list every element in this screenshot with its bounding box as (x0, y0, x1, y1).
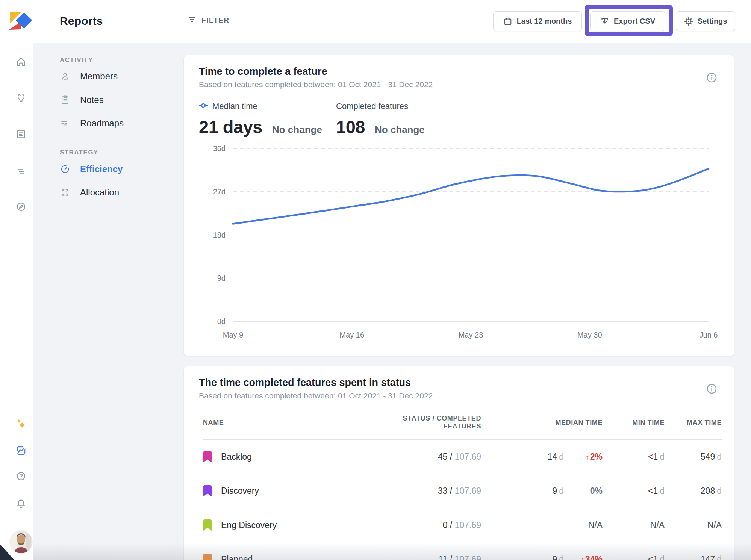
sidebar-item-notes[interactable]: Notes (60, 95, 104, 105)
svg-text:27d: 27d (213, 188, 226, 196)
roadmap-lines-icon (60, 118, 70, 129)
status-time-table: NAME STATUS / COMPLETED FEATURES MEDIAN … (203, 406, 722, 560)
svg-text:9d: 9d (217, 274, 226, 282)
col-max-time: MAX TIME (665, 419, 722, 427)
table-header-row: NAME STATUS / COMPLETED FEATURES MEDIAN … (203, 406, 722, 440)
card2-title: The time completed features spent in sta… (199, 377, 411, 389)
table-body: Backlog 45 / 107.69 14d ↑2% <1d 549d Dis… (203, 440, 722, 560)
col-status-completed: STATUS / COMPLETED FEATURES (368, 415, 481, 430)
time-to-complete-card: Time to complete a feature Based on feat… (184, 55, 734, 356)
date-range-label: Last 12 months (517, 17, 572, 26)
min-time-value: <1d (603, 486, 665, 496)
table-row: Discovery 33 / 107.69 9d 0% <1d 208d (203, 474, 722, 508)
table-row: Eng Discovery 0 / 107.69 N/A N/A N/A (203, 508, 722, 542)
topbar: Reports FILTER Last 12 months Export CSV (33, 0, 751, 43)
col-min-time: MIN TIME (603, 419, 665, 427)
metric-change: No change (272, 124, 322, 136)
metric-change: No change (375, 124, 425, 136)
card2-subtitle: Based on features completed between: 01 … (199, 391, 433, 400)
page-title: Reports (60, 15, 103, 27)
metric-value: 108 (336, 117, 365, 137)
app-window: Reports FILTER Last 12 months Export CSV (0, 0, 751, 560)
sidebar-item-roadmaps[interactable]: Roadmaps (60, 118, 124, 129)
svg-text:May 16: May 16 (339, 331, 364, 339)
date-range-button[interactable]: Last 12 months (493, 11, 582, 31)
user-avatar[interactable] (10, 531, 32, 553)
min-time-value: N/A (603, 520, 665, 530)
notifications-bell-icon[interactable] (15, 498, 27, 510)
calendar-icon (503, 17, 512, 26)
home-icon[interactable] (15, 56, 27, 68)
productboard-logo[interactable] (9, 12, 32, 30)
median-change-badge: 0% (564, 486, 603, 496)
status-name: Eng Discovery (221, 520, 277, 530)
max-time-value: 147d (665, 554, 722, 560)
allocation-expand-icon (60, 187, 70, 198)
settings-button[interactable]: Settings (676, 11, 735, 31)
completed-of-total: 45 / 107.69 (368, 452, 481, 462)
help-icon[interactable] (15, 470, 27, 482)
download-icon (600, 17, 609, 26)
sidebar-item-members[interactable]: Members (60, 71, 118, 82)
filter-label: FILTER (201, 16, 230, 24)
icon-rail (0, 0, 33, 560)
metric-label: Median time (212, 101, 257, 111)
filter-funnel-icon (188, 15, 197, 26)
svg-text:Jun 6: Jun 6 (700, 331, 718, 339)
max-time-value: 208d (665, 486, 722, 496)
clipboard-icon (60, 95, 70, 105)
table-row: Planned 11 / 107.69 9d ↑34% <1d 147d (203, 542, 722, 560)
card1-subtitle: Based on features completed between: 01 … (199, 80, 433, 89)
status-bookmark-icon (203, 519, 212, 531)
roadmap-icon[interactable] (15, 165, 27, 177)
card1-title: Time to complete a feature (199, 66, 327, 77)
median-time-legend-marker (199, 103, 208, 110)
notes-document-icon[interactable] (15, 128, 27, 140)
min-time-value: <1d (603, 452, 665, 462)
median-change-badge: ↑34% (564, 554, 603, 560)
metric-median-time: Median time 21 days No change (199, 101, 322, 137)
export-csv-label: Export CSV (614, 17, 655, 26)
median-time-value: 9d (481, 554, 564, 560)
table-row: Backlog 45 / 107.69 14d ↑2% <1d 549d (203, 440, 722, 474)
svg-text:May 23: May 23 (459, 331, 483, 339)
completed-of-total: 0 / 107.69 (368, 520, 481, 530)
ai-sparkles-icon[interactable] (15, 418, 27, 430)
median-time-value: 9d (481, 486, 564, 496)
sidebar-item-efficiency[interactable]: Efficiency (60, 164, 123, 174)
section-label-strategy: STRATEGY (60, 149, 98, 156)
max-time-value: 549d (665, 452, 722, 462)
export-csv-button[interactable]: Export CSV (590, 11, 665, 31)
reports-chart-icon-active[interactable] (15, 445, 27, 457)
metric-value: 21 days (199, 117, 262, 137)
portal-compass-icon[interactable] (15, 201, 27, 213)
status-bookmark-icon (203, 553, 212, 560)
status-bookmark-icon (203, 485, 212, 497)
status-name: Planned (221, 554, 253, 560)
svg-text:May 9: May 9 (223, 331, 243, 339)
status-bookmark-icon (203, 451, 212, 463)
metric-label: Completed features (336, 101, 408, 111)
status-name: Discovery (221, 486, 259, 496)
info-icon[interactable] (706, 383, 718, 396)
svg-text:18d: 18d (213, 231, 226, 239)
completed-of-total: 11 / 107.69 (368, 554, 481, 560)
filter-button[interactable]: FILTER (188, 15, 230, 26)
median-change-badge: ↑2% (564, 452, 603, 462)
gear-icon (684, 17, 693, 26)
completed-of-total: 33 / 107.69 (368, 486, 481, 496)
median-change-badge: N/A (564, 520, 603, 530)
info-icon[interactable] (706, 72, 718, 85)
efficiency-gauge-icon (60, 164, 70, 174)
svg-text:36d: 36d (213, 144, 226, 153)
median-time-value: 14d (481, 452, 564, 462)
time-in-status-card: The time completed features spent in sta… (184, 366, 734, 560)
col-median-time: MEDIAN TIME (481, 419, 603, 427)
min-time-value: <1d (603, 554, 665, 560)
median-time-line-chart: 0d9d18d27d36dMay 9May 16May 23May 30Jun … (184, 142, 734, 345)
section-label-activity: ACTIVITY (60, 56, 93, 64)
sidebar-item-allocation[interactable]: Allocation (60, 187, 119, 198)
metric-completed-features: Completed features 108 No change (336, 101, 425, 137)
insights-lightbulb-icon[interactable] (15, 92, 27, 104)
col-name: NAME (203, 419, 368, 427)
